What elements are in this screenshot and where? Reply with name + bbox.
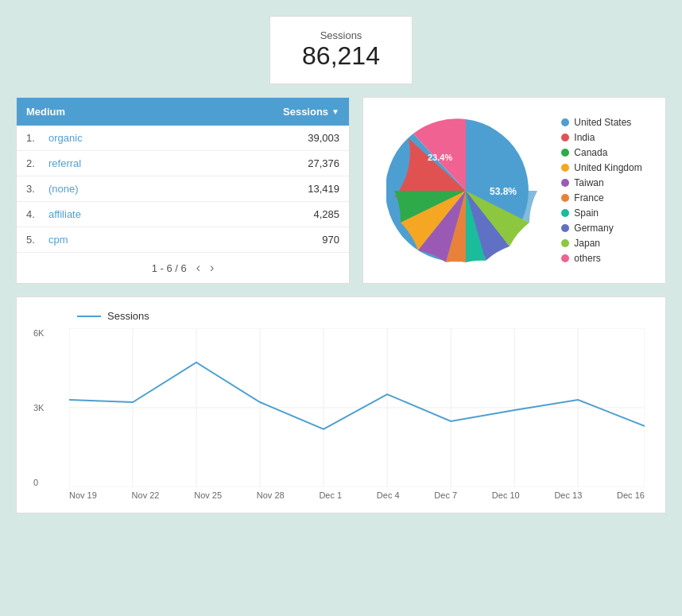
x-axis-label: Dec 4 (377, 490, 400, 500)
legend-label: Germany (574, 223, 613, 234)
legend-item: India (561, 132, 641, 143)
x-axis-label: Dec 7 (434, 490, 457, 500)
sessions-card: Sessions 86,214 (269, 16, 413, 84)
x-axis-label: Dec 16 (617, 490, 645, 500)
row-sessions: 13,419 (308, 183, 339, 195)
legend-label: Japan (574, 238, 600, 249)
legend-item: Taiwan (561, 177, 641, 188)
row-medium[interactable]: (none) (48, 183, 308, 195)
x-axis-label: Nov 28 (257, 490, 285, 500)
sessions-label: Sessions (302, 29, 380, 41)
chart-title: Sessions (77, 310, 653, 322)
legend-dot (561, 164, 569, 172)
row-num: 2. (26, 157, 48, 169)
pie-legend: United States India Canada United Kingdo… (561, 117, 641, 264)
x-axis-label: Nov 25 (194, 490, 222, 500)
pie-chart-card: 53.8% 23.4% United States India Canada U… (362, 97, 666, 284)
legend-item: Germany (561, 223, 641, 234)
legend-label: Spain (574, 207, 599, 219)
pagination-label: 1 - 6 / 6 (152, 262, 187, 274)
table-pagination: 1 - 6 / 6 ‹ › (17, 253, 349, 283)
svg-text:53.8%: 53.8% (490, 186, 517, 197)
row-sessions: 39,003 (308, 132, 339, 144)
x-axis-label: Dec 13 (554, 490, 582, 500)
legend-item: others (561, 253, 641, 264)
row-sessions: 27,376 (308, 157, 339, 169)
x-axis-label: Dec 1 (319, 490, 342, 500)
row-num: 4. (26, 208, 48, 220)
pagination-prev[interactable]: ‹ (196, 261, 200, 275)
row-sessions: 970 (322, 234, 339, 246)
legend-item: United Kingdom (561, 162, 641, 173)
row-medium[interactable]: cpm (48, 234, 322, 246)
legend-dot (561, 254, 569, 262)
medium-table: Medium Sessions ▼ 1. organic 39,003 2. r… (16, 97, 350, 284)
y-label-3k: 3K (33, 403, 44, 413)
row-num: 1. (26, 132, 48, 144)
legend-dot (561, 209, 569, 217)
sessions-card-container: Sessions 86,214 (16, 16, 666, 84)
row-sessions: 4,285 (313, 208, 339, 220)
chart-svg (69, 328, 645, 487)
legend-dot (561, 179, 569, 187)
legend-label: United States (574, 117, 631, 128)
row-num: 5. (26, 234, 48, 246)
line-chart-card: Sessions 0 3K 6K Nov 19Nov 22Nov (16, 296, 666, 513)
y-axis: 0 3K 6K (33, 328, 44, 487)
pagination-next[interactable]: › (210, 261, 214, 275)
legend-item: Japan (561, 238, 641, 249)
x-axis-label: Nov 19 (69, 490, 97, 500)
table-header: Medium Sessions ▼ (17, 98, 349, 126)
legend-item: Canada (561, 147, 641, 158)
legend-dot (561, 149, 569, 157)
y-label-6k: 6K (33, 328, 44, 338)
chart-area: 0 3K 6K (69, 328, 645, 487)
table-row: 4. affiliate 4,285 (17, 202, 349, 227)
x-axis-label: Dec 10 (492, 490, 520, 500)
table-row: 2. referral 27,376 (17, 151, 349, 176)
legend-item: United States (561, 117, 641, 128)
chart-title-label: Sessions (107, 310, 149, 322)
legend-label: France (574, 192, 603, 203)
col-medium-header: Medium (17, 98, 273, 126)
legend-label: Canada (574, 147, 607, 158)
pie-container: 53.8% 23.4% United States India Canada U… (386, 111, 641, 270)
legend-label: Taiwan (574, 177, 603, 188)
pie-chart: 53.8% 23.4% (386, 111, 545, 270)
legend-label: India (574, 132, 595, 143)
sort-icon: ▼ (331, 107, 339, 116)
legend-dot (561, 194, 569, 202)
row-medium[interactable]: affiliate (48, 208, 313, 220)
table-row: 5. cpm 970 (17, 227, 349, 253)
legend-item: France (561, 192, 641, 203)
table-rows: 1. organic 39,003 2. referral 27,376 3. … (17, 126, 349, 253)
y-label-0: 0 (33, 478, 44, 487)
x-axis-label: Nov 22 (132, 490, 160, 500)
x-axis: Nov 19Nov 22Nov 25Nov 28Dec 1Dec 4Dec 7D… (69, 490, 645, 500)
table-row: 3. (none) 13,419 (17, 176, 349, 202)
table-row: 1. organic 39,003 (17, 126, 349, 151)
legend-dot (561, 134, 569, 141)
legend-item: Spain (561, 207, 641, 219)
legend-label: United Kingdom (574, 162, 641, 173)
legend-dot (561, 239, 569, 247)
row-medium[interactable]: organic (48, 132, 308, 144)
row-num: 3. (26, 183, 48, 195)
legend-label: others (574, 253, 600, 264)
legend-dot (561, 118, 569, 126)
sessions-value: 86,214 (302, 41, 380, 71)
legend-dot (561, 224, 569, 232)
col-sessions-header: Sessions ▼ (273, 98, 349, 126)
svg-text:23.4%: 23.4% (428, 153, 452, 162)
row-medium[interactable]: referral (48, 157, 308, 169)
middle-section: Medium Sessions ▼ 1. organic 39,003 2. r… (16, 97, 666, 284)
chart-line-sample (77, 316, 101, 317)
